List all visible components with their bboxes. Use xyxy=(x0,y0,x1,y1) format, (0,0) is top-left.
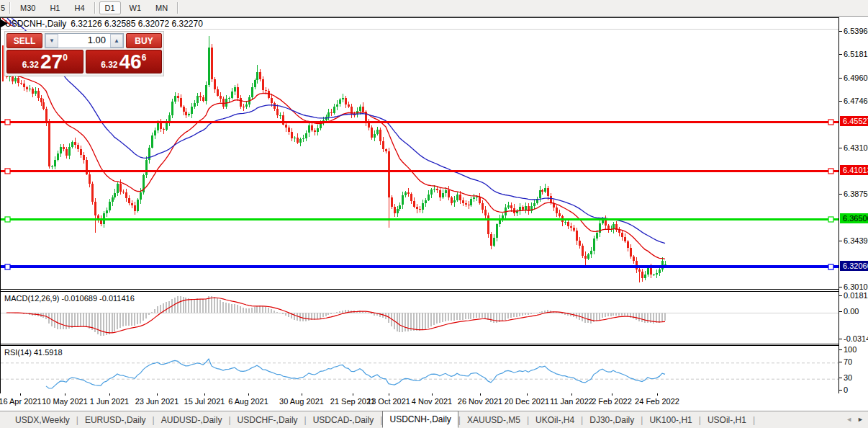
timeframe-cutoff[interactable]: 5 xyxy=(0,4,7,12)
price-flag-6.32060: 6.32060 xyxy=(840,261,868,271)
date-label: 26 Nov 2021 xyxy=(458,397,502,406)
price-panel[interactable]: USDCNH-,Daily 6.32126 6.32585 6.32072 6.… xyxy=(1,18,838,290)
tick-mark xyxy=(839,349,842,350)
date-label: 2 Feb 2022 xyxy=(592,397,632,406)
hline-handle[interactable] xyxy=(5,120,10,125)
sell-button[interactable]: SELL xyxy=(6,33,42,48)
chart-tab-usdchf-daily[interactable]: USDCHF-,Daily xyxy=(231,413,304,427)
date-label: 1 Jun 2021 xyxy=(90,397,129,406)
hline-handle[interactable] xyxy=(828,169,833,174)
date-tick xyxy=(109,393,110,396)
price-axis: 6.539606.518156.496056.474606.431056.387… xyxy=(838,17,868,393)
chart-tab-eurusd-daily[interactable]: EURUSD-,Daily xyxy=(78,413,153,427)
date-label: 24 Feb 2022 xyxy=(635,397,679,406)
timeframe-h1[interactable]: H1 xyxy=(44,1,65,14)
chart-tab-xauusd-m5[interactable]: XAUUSD-,M5 xyxy=(461,413,527,427)
rsi-tick-label: 70 xyxy=(844,357,852,367)
volume-stepper: ▼ 1.00 ▲ xyxy=(45,33,124,48)
hline-handle[interactable] xyxy=(5,169,10,174)
volume-input[interactable]: 1.00 xyxy=(58,34,110,48)
date-tick xyxy=(248,393,249,396)
price-flag-6.36500: 6.36500 xyxy=(840,213,868,223)
chart-tab-uk100-h1[interactable]: UK100-,H1 xyxy=(643,413,698,427)
hline-6.45527[interactable] xyxy=(1,120,838,125)
price-tick-label: 6.38750 xyxy=(844,189,868,199)
hline-handle[interactable] xyxy=(828,217,833,222)
timeframe-d1[interactable]: D1 xyxy=(99,1,121,14)
date-tick xyxy=(480,393,481,396)
hline-6.41013[interactable] xyxy=(1,169,838,174)
sell-price-box[interactable]: 6.32 27 0 xyxy=(6,50,83,73)
tick-mark xyxy=(839,295,842,296)
buy-price-big: 46 xyxy=(119,52,142,72)
toolbar-separator xyxy=(177,2,178,14)
date-label: 23 Jun 2021 xyxy=(135,397,179,406)
price-tick-label: 6.51815 xyxy=(844,49,868,59)
tick-mark xyxy=(839,311,842,312)
ma-fast-line xyxy=(6,74,665,259)
rsi-tick-label: 0 xyxy=(844,385,848,395)
sell-price-big: 27 xyxy=(40,52,63,72)
chart-ohlc-quotes: 6.32126 6.32585 6.32072 6.32270 xyxy=(71,19,203,29)
tick-mark xyxy=(839,54,842,55)
date-tick xyxy=(571,393,572,396)
tick-mark xyxy=(839,362,842,362)
rsi-tick-label: 30 xyxy=(844,373,852,383)
date-axis: 16 Apr 202110 May 20211 Jun 202123 Jun 2… xyxy=(0,393,838,409)
price-tick-label: 6.53960 xyxy=(844,26,868,36)
buy-price-box[interactable]: 6.32 46 6 xyxy=(86,50,163,73)
edge-candle-sliver xyxy=(2,45,4,81)
date-tick xyxy=(612,393,612,396)
chart-tab-usdx-weekly[interactable]: USDX,Weekly xyxy=(9,413,76,427)
date-label: 10 May 2021 xyxy=(42,397,88,406)
tick-mark xyxy=(839,339,842,339)
volume-decrease-button[interactable]: ▼ xyxy=(45,34,58,48)
date-tick xyxy=(353,393,353,396)
timeframe-toolbar: 5 M30H1H4D1W1MN xyxy=(0,0,868,17)
tab-scroll-left-icon[interactable]: ◄ xyxy=(846,414,852,424)
price-flag-6.41013: 6.41013 xyxy=(840,165,868,175)
date-tick xyxy=(527,393,528,396)
macd-panel: MACD(12,26,9) -0.010689 -0.011416 xyxy=(1,291,838,344)
date-label: 13 Oct 2021 xyxy=(367,397,410,406)
hline-6.32060[interactable] xyxy=(1,264,838,269)
chart-tab-ukoil-h4[interactable]: UKOil-,H4 xyxy=(529,413,581,427)
timeframe-w1[interactable]: W1 xyxy=(124,1,148,14)
chart-tab-audusd-daily[interactable]: AUDUSD-,Daily xyxy=(155,413,229,427)
macd-tick-label: -0.03149 xyxy=(844,334,868,344)
rsi-chart xyxy=(1,346,838,393)
tab-scroll-right-icon[interactable]: ► xyxy=(857,414,864,424)
buy-button[interactable]: BUY xyxy=(126,33,162,48)
rsi-panel: RSI(14) 41.5918 xyxy=(1,345,838,394)
chart-tab-dj30-daily[interactable]: DJ30-,Daily xyxy=(583,413,641,427)
sell-price-small: 6.32 xyxy=(22,60,39,70)
tick-mark xyxy=(839,241,842,241)
price-flag-6.45527: 6.45527 xyxy=(840,116,868,126)
trading-terminal: 5 M30H1H4D1W1MN USDCNH-,Daily 6.32126 6.… xyxy=(0,0,868,428)
price-tick-label: 6.47460 xyxy=(844,96,868,106)
buy-price-sup: 6 xyxy=(142,53,147,63)
chart-tab-usdcnh-daily[interactable]: USDCNH-,Daily xyxy=(382,411,458,428)
timeframe-mn[interactable]: MN xyxy=(150,1,173,14)
chart-icon xyxy=(1,18,15,27)
tick-mark xyxy=(839,194,842,195)
tick-mark xyxy=(839,378,842,378)
volume-increase-button[interactable]: ▲ xyxy=(110,34,123,48)
toolbar-separator xyxy=(94,2,96,14)
hline-handle[interactable] xyxy=(828,264,833,269)
tab-separator: | xyxy=(753,415,755,425)
chart-window: USDCNH-,Daily 6.32126 6.32585 6.32072 6.… xyxy=(0,17,838,393)
timeframe-h4[interactable]: H4 xyxy=(68,1,90,14)
hline-handle[interactable] xyxy=(828,120,833,125)
hline-handle[interactable] xyxy=(5,264,10,269)
hline-handle[interactable] xyxy=(5,217,10,222)
rsi-label: RSI(14) 41.5918 xyxy=(4,348,63,357)
date-label: 20 Dec 2021 xyxy=(505,397,549,406)
chart-tab-usdcad-daily[interactable]: USDCAD-,Daily xyxy=(307,413,381,427)
timeframe-buttons: M30H1H4D1W1MN xyxy=(13,1,175,14)
hline-6.36500[interactable] xyxy=(1,217,838,222)
date-label: 4 Nov 2021 xyxy=(412,397,452,406)
price-tick-label: 6.43105 xyxy=(844,143,868,153)
chart-tab-usoil-h1[interactable]: USOil-,H1 xyxy=(701,413,753,427)
timeframe-m30[interactable]: M30 xyxy=(14,1,41,14)
